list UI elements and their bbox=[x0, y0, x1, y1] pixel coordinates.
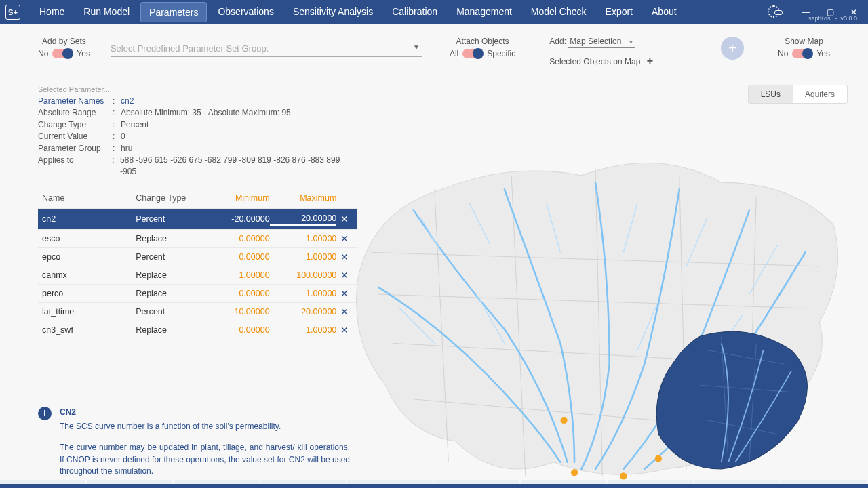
selected-objects-label: Selected Objects on Map bbox=[549, 57, 640, 66]
gauge-point[interactable] bbox=[571, 469, 578, 476]
table-row[interactable]: cn3_swfReplace0.000001.00000✕ bbox=[38, 321, 357, 339]
menu-home[interactable]: Home bbox=[31, 2, 73, 22]
table-row[interactable]: escoReplace0.000001.00000✕ bbox=[38, 229, 357, 247]
table-row[interactable]: cn2Percent-20.0000020.00000✕ bbox=[38, 208, 357, 229]
parameter-table: Name Change Type Minimum Maximum cn2Perc… bbox=[38, 188, 357, 339]
parameter-info: Selected Parameter... Parameter Names:cn… bbox=[38, 85, 357, 178]
settings-toggle[interactable] bbox=[768, 5, 780, 20]
col-minimum[interactable]: Minimum bbox=[203, 193, 270, 203]
attach-label: Attach Objects bbox=[450, 37, 515, 46]
menu-parameters[interactable]: Parameters bbox=[140, 2, 207, 22]
gauge-point[interactable] bbox=[655, 455, 662, 462]
info-icon: i bbox=[38, 407, 52, 420]
gauge-point[interactable] bbox=[560, 417, 567, 424]
map-layer-tabs: LSUs Aquifers bbox=[748, 85, 848, 104]
col-maximum[interactable]: Maximum bbox=[270, 193, 337, 203]
addbysets-label: Add by Sets bbox=[38, 37, 90, 46]
tab-aquifers[interactable]: Aquifers bbox=[793, 85, 847, 103]
menu-observations[interactable]: Observations bbox=[210, 2, 281, 22]
attach-toggle[interactable] bbox=[462, 49, 483, 58]
table-row[interactable]: lat_ttimePercent-10.0000020.00000✕ bbox=[38, 302, 357, 321]
addbysets-toggle[interactable] bbox=[52, 49, 73, 58]
app-logo: S+ bbox=[5, 5, 20, 20]
menu-export[interactable]: Export bbox=[597, 2, 641, 22]
toolbar: Add by Sets No Yes Select Predefined Par… bbox=[0, 24, 868, 73]
gauge-point[interactable] bbox=[620, 472, 627, 479]
add-mode-select[interactable]: Map Selection bbox=[568, 37, 635, 48]
table-row[interactable]: canmxReplace1.00000100.00000✕ bbox=[38, 266, 357, 284]
watershed-map[interactable] bbox=[330, 112, 861, 488]
param-set-select[interactable]: Select Predefined Parameter Set Group: ▼ bbox=[111, 41, 422, 57]
menu-about[interactable]: About bbox=[644, 2, 685, 22]
tab-lsus[interactable]: LSUs bbox=[749, 85, 793, 103]
project-version: saptKosi - v3.0.0 bbox=[808, 15, 857, 22]
main-menubar: S+ HomeRun ModelParametersObservationsSe… bbox=[0, 0, 868, 24]
col-changetype[interactable]: Change Type bbox=[136, 193, 203, 203]
col-name[interactable]: Name bbox=[42, 193, 136, 203]
parameter-description: CN2 The SCS curve number is a function o… bbox=[60, 407, 350, 478]
table-row[interactable]: epcoPercent0.000001.00000✕ bbox=[38, 247, 357, 266]
showmap-label: Show Map bbox=[778, 37, 830, 46]
add-button[interactable]: + bbox=[721, 37, 744, 60]
gear-icon bbox=[768, 5, 780, 18]
footer-bar bbox=[0, 484, 868, 488]
chevron-down-icon: ▼ bbox=[413, 43, 420, 51]
menu-calibration[interactable]: Calibration bbox=[384, 2, 446, 22]
menu-run-model[interactable]: Run Model bbox=[75, 2, 138, 22]
table-row[interactable]: percoReplace0.000001.00000✕ bbox=[38, 284, 357, 302]
menu-model-check[interactable]: Model Check bbox=[523, 2, 595, 22]
menu-sensitivity-analysis[interactable]: Sensitivity Analysis bbox=[285, 2, 381, 22]
add-object-icon[interactable]: + bbox=[647, 55, 653, 66]
menu-management[interactable]: Management bbox=[448, 2, 520, 22]
showmap-toggle[interactable] bbox=[792, 49, 812, 58]
